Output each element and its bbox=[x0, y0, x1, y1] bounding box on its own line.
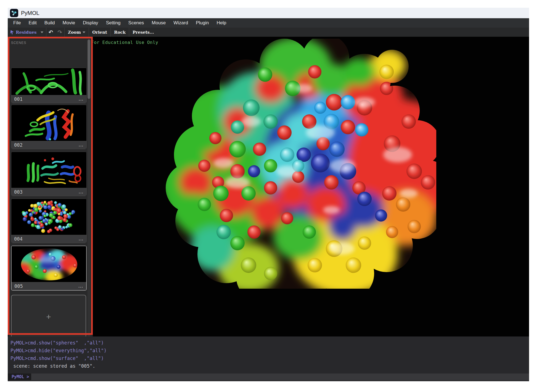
orient-button[interactable]: Orient bbox=[89, 28, 110, 37]
console-line: scene: scene stored as "005". bbox=[10, 362, 529, 370]
chevron-down-icon bbox=[83, 31, 85, 33]
scene-card-001[interactable]: 001 ... bbox=[11, 68, 87, 103]
pymol-prompt: PyMOL > bbox=[8, 373, 31, 380]
scene-menu-button[interactable]: ... bbox=[79, 238, 84, 240]
scene-thumbnail-005 bbox=[12, 246, 86, 282]
menu-item-help[interactable]: Help bbox=[213, 18, 230, 28]
scene-thumbnail-004 bbox=[11, 199, 86, 235]
command-console: PyMOL>cmd.show("spheres" ,"all") PyMOL>c… bbox=[8, 336, 529, 381]
scene-name: 004 bbox=[14, 236, 23, 242]
scene-name: 002 bbox=[14, 142, 23, 148]
scene-card-004[interactable]: 004 ... bbox=[11, 199, 87, 243]
scene-label-bar: 003 ... bbox=[11, 188, 86, 196]
cursor-arrow-icon bbox=[10, 30, 14, 35]
scene-label-bar: 005 ... bbox=[12, 282, 86, 290]
console-line: PyMOL>cmd.show("spheres" ,"all") bbox=[10, 339, 529, 347]
scene-label-bar: 002 ... bbox=[11, 141, 86, 149]
zoom-dropdown[interactable]: Zoom bbox=[65, 28, 89, 37]
selection-mode-dropdown[interactable]: Residues bbox=[8, 28, 46, 37]
scene-name: 001 bbox=[14, 96, 23, 102]
scene-thumbnail-003 bbox=[11, 152, 86, 188]
main-area: For Educational Use Only SCENES 001 ... … bbox=[8, 37, 529, 336]
menu-item-file[interactable]: File bbox=[9, 18, 25, 28]
toolbar: Residues ↶ ↷ Zoom Orient Rock Presets... bbox=[8, 28, 529, 37]
selection-mode-label: Residues bbox=[16, 30, 37, 35]
molecule-surface-render bbox=[155, 39, 436, 289]
menu-item-build[interactable]: Build bbox=[41, 18, 59, 28]
scene-label-bar: 001 ... bbox=[11, 95, 86, 103]
scene-menu-button[interactable]: ... bbox=[79, 144, 84, 146]
scene-name: 003 bbox=[14, 189, 23, 195]
menu-item-setting[interactable]: Setting bbox=[102, 18, 125, 28]
pymol-logo-icon bbox=[10, 9, 18, 17]
menu-bar: File Edit Build Movie Display Setting Sc… bbox=[8, 18, 529, 28]
window-title: PyMOL bbox=[21, 10, 39, 16]
chevron-down-icon bbox=[41, 31, 43, 33]
screenshot-root: PyMOL File Edit Build Movie Display Sett… bbox=[0, 0, 539, 392]
menu-item-wizard[interactable]: Wizard bbox=[170, 18, 192, 28]
redo-button[interactable]: ↷ bbox=[55, 28, 64, 37]
console-history: PyMOL>cmd.show("spheres" ,"all") PyMOL>c… bbox=[8, 336, 529, 370]
scenes-panel-header: SCENES bbox=[11, 41, 26, 45]
undo-button[interactable]: ↶ bbox=[46, 28, 56, 37]
plus-icon: + bbox=[46, 312, 51, 322]
scenes-scrollbar-thumb[interactable] bbox=[88, 40, 90, 99]
scene-card-003[interactable]: 003 ... bbox=[11, 152, 87, 196]
presets-button[interactable]: Presets... bbox=[129, 28, 157, 37]
pymol-window: PyMOL File Edit Build Movie Display Sett… bbox=[8, 8, 529, 381]
scene-thumbnail-001 bbox=[11, 68, 86, 95]
menu-item-scenes[interactable]: Scenes bbox=[125, 18, 148, 28]
scene-menu-button[interactable]: ... bbox=[78, 285, 83, 288]
console-line: PyMOL>cmd.show("surface" ,"all") bbox=[10, 354, 529, 362]
menu-item-display[interactable]: Display bbox=[79, 18, 102, 28]
scene-card-005[interactable]: 005 ... bbox=[11, 246, 87, 291]
scene-menu-button[interactable]: ... bbox=[79, 191, 84, 193]
scene-thumbnail-002 bbox=[11, 105, 86, 141]
menu-item-plugin[interactable]: Plugin bbox=[192, 18, 213, 28]
zoom-label: Zoom bbox=[68, 30, 81, 35]
viewport-3d[interactable]: For Educational Use Only bbox=[93, 37, 529, 336]
scene-label-bar: 004 ... bbox=[11, 235, 86, 243]
scenes-panel: SCENES 001 ... 002 ... bbox=[8, 37, 93, 336]
title-bar: PyMOL bbox=[8, 8, 529, 18]
menu-item-edit[interactable]: Edit bbox=[25, 18, 40, 28]
scene-name: 005 bbox=[14, 283, 23, 289]
command-input[interactable] bbox=[31, 373, 529, 380]
rock-button[interactable]: Rock bbox=[111, 28, 129, 37]
menu-item-mouse[interactable]: Mouse bbox=[148, 18, 170, 28]
prompt-row: PyMOL > bbox=[8, 373, 529, 380]
scene-menu-button[interactable]: ... bbox=[79, 98, 84, 101]
menu-item-movie[interactable]: Movie bbox=[59, 18, 79, 28]
scene-card-002[interactable]: 002 ... bbox=[11, 105, 87, 149]
educational-watermark: For Educational Use Only bbox=[93, 40, 158, 45]
add-scene-card[interactable]: + bbox=[11, 295, 86, 336]
console-line: PyMOL>cmd.hide("everything","all") bbox=[10, 347, 529, 354]
